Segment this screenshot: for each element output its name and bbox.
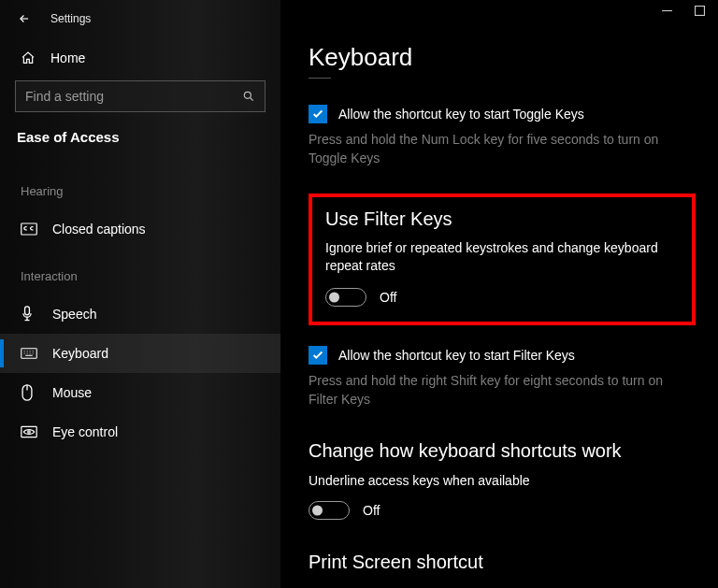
title-underline	[309, 78, 331, 79]
toggle-keys-shortcut-label: Allow the shortcut key to start Toggle K…	[338, 107, 584, 122]
home-label: Home	[50, 50, 85, 65]
sidebar-item-label: Speech	[52, 307, 96, 322]
mouse-icon	[21, 384, 37, 401]
titlebar-label: Settings	[50, 12, 91, 25]
checkbox-checked-icon	[309, 105, 327, 123]
sidebar-item-label: Eye control	[52, 424, 118, 439]
home-icon	[21, 50, 36, 65]
svg-rect-7	[696, 7, 705, 16]
back-button[interactable]	[17, 11, 32, 26]
home-nav[interactable]: Home	[0, 37, 280, 75]
titlebar: Settings	[0, 0, 280, 37]
underline-access-keys-state: Off	[363, 503, 380, 518]
microphone-icon	[21, 306, 37, 323]
sidebar-item-eye-control[interactable]: Eye control	[0, 412, 280, 452]
filter-keys-state: Off	[380, 290, 396, 305]
toggle-keys-help: Press and hold the Num Lock key for five…	[309, 131, 692, 167]
filter-keys-title: Use Filter Keys	[325, 208, 679, 230]
toggle-keys-shortcut-checkbox-row[interactable]: Allow the shortcut key to start Toggle K…	[309, 105, 696, 123]
group-interaction: Interaction	[0, 249, 280, 294]
sidebar-item-label: Closed captions	[52, 222, 146, 237]
filter-keys-help: Press and hold the right Shift key for e…	[309, 372, 692, 409]
highlight-annotation: Use Filter Keys Ignore brief or repeated…	[309, 194, 696, 325]
filter-keys-toggle[interactable]	[325, 288, 366, 307]
search-icon	[242, 90, 255, 103]
svg-rect-3	[22, 349, 37, 359]
svg-point-0	[244, 92, 251, 98]
maximize-button[interactable]	[695, 6, 705, 16]
window-controls	[662, 6, 705, 16]
search-box[interactable]	[15, 80, 266, 112]
underline-access-keys-label: Underline access keys when available	[309, 473, 696, 488]
filter-keys-shortcut-label: Allow the shortcut key to start Filter K…	[338, 348, 575, 363]
sidebar-item-speech[interactable]: Speech	[0, 294, 280, 334]
keyboard-icon	[21, 347, 37, 360]
filter-keys-shortcut-checkbox-row[interactable]: Allow the shortcut key to start Filter K…	[309, 346, 696, 365]
sidebar-item-mouse[interactable]: Mouse	[0, 373, 280, 412]
sidebar-item-closed-captions[interactable]: Closed captions	[0, 209, 280, 249]
svg-rect-1	[22, 223, 37, 235]
closed-captions-icon	[21, 222, 37, 236]
svg-point-6	[28, 431, 30, 433]
search-input[interactable]	[25, 89, 233, 104]
minimize-button[interactable]	[662, 6, 672, 16]
underline-access-keys-toggle[interactable]	[309, 501, 350, 520]
sidebar: Settings Home Ease of Access Hearing Clo…	[0, 0, 280, 588]
group-hearing: Hearing	[0, 164, 280, 209]
shortcuts-title: Change how keyboard shortcuts work	[309, 440, 696, 462]
sidebar-item-label: Keyboard	[52, 346, 108, 361]
page-title: Keyboard	[309, 0, 696, 72]
sidebar-item-label: Mouse	[52, 385, 92, 400]
checkbox-checked-icon	[309, 346, 327, 365]
sidebar-item-keyboard[interactable]: Keyboard	[0, 334, 280, 373]
sidebar-header: Ease of Access	[0, 123, 280, 164]
print-screen-title: Print Screen shortcut	[309, 552, 696, 573]
svg-rect-2	[25, 307, 30, 315]
filter-keys-desc: Ignore brief or repeated keystrokes and …	[325, 239, 679, 275]
eye-control-icon	[21, 425, 37, 438]
main-panel: Keyboard Allow the shortcut key to start…	[280, 0, 718, 588]
